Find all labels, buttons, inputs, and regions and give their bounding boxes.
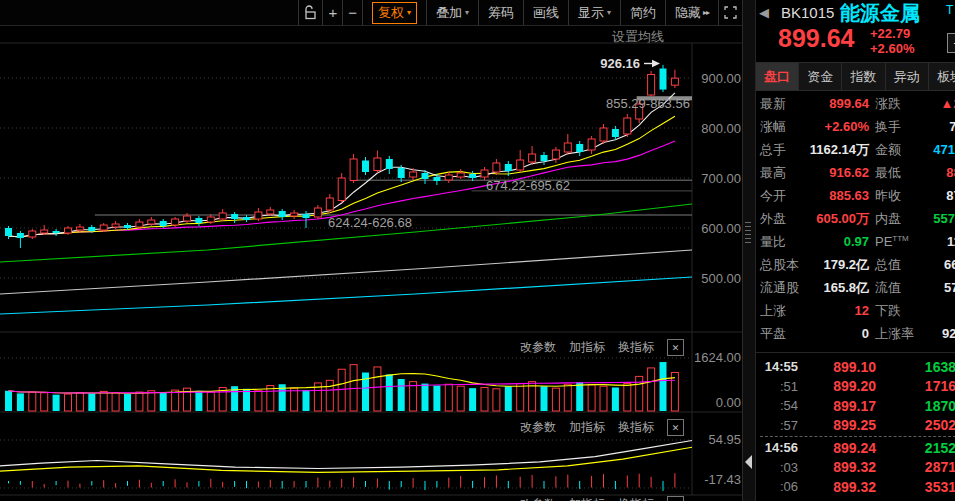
- field-label: 今开: [760, 187, 807, 205]
- long-ma-line: [0, 204, 692, 262]
- field-value: 118.06: [925, 234, 955, 249]
- tick-volume: 2502: [876, 417, 955, 433]
- volume-pane-button-1[interactable]: 加指标: [569, 339, 605, 356]
- field-value: 165.8亿: [807, 279, 869, 297]
- panel-collapse-arrow-icon[interactable]: [745, 455, 752, 469]
- candle-up: [184, 216, 191, 221]
- candle-down: [243, 217, 250, 220]
- candle-up: [65, 228, 72, 233]
- tick-volume: 2871: [876, 459, 955, 475]
- tick-time: :54: [760, 398, 798, 413]
- clipped-pane-header: 改参数加指标换指标✕: [520, 496, 684, 501]
- candle-up: [529, 154, 536, 162]
- tab-yidong[interactable]: 异动: [886, 63, 929, 90]
- indicator-line: [0, 440, 692, 468]
- candle-up: [600, 128, 607, 141]
- candle-up: [671, 78, 678, 85]
- candle-down: [386, 159, 393, 169]
- tab-bankuai[interactable]: 板块: [929, 63, 955, 90]
- close-icon[interactable]: ✕: [667, 496, 684, 501]
- volume-bar-up: [112, 393, 119, 411]
- field-label: 最新: [760, 95, 807, 113]
- price-axis-label: 500.00: [701, 271, 741, 286]
- tick-row: :09899.381779: [760, 497, 955, 501]
- tick-time: 14:55: [760, 359, 798, 374]
- volume-bar-down: [195, 391, 202, 411]
- field-value: 899.64: [807, 96, 869, 111]
- price-axis-label: 700.00: [701, 171, 741, 186]
- volume-bar-up: [624, 384, 631, 411]
- tick-time: :06: [760, 479, 798, 494]
- field-value: 916.62: [807, 165, 869, 180]
- last-price: 899.64: [778, 24, 854, 53]
- splitter-grip-icon[interactable]: [745, 222, 751, 244]
- volume-bar-down: [243, 389, 250, 411]
- field-value: 885.63: [807, 188, 869, 203]
- candle-down: [612, 129, 619, 137]
- close-icon[interactable]: ✕: [667, 339, 684, 356]
- tick-time: :03: [760, 460, 798, 475]
- candle-up: [267, 210, 274, 214]
- candle-down: [53, 231, 60, 233]
- volume-pane-button-2[interactable]: 换指标: [618, 339, 654, 356]
- volume-bar-down: [469, 388, 476, 411]
- panel-splitter[interactable]: [742, 0, 756, 501]
- close-icon[interactable]: ✕: [667, 419, 684, 436]
- candle-up: [445, 175, 452, 180]
- tick-price: 899.25: [798, 417, 876, 433]
- tick-row: :57899.252502: [760, 416, 955, 436]
- candle-down: [362, 161, 369, 173]
- tab-zhishu[interactable]: 指数: [842, 63, 885, 90]
- tab-pankou[interactable]: 盘口: [756, 63, 799, 90]
- back-icon[interactable]: ◀: [759, 5, 769, 20]
- volume-bar-up: [445, 384, 452, 411]
- field-label: 总值: [875, 256, 925, 274]
- volume-bar-down: [124, 394, 131, 411]
- quote-field-row: 今开885.63昨收876.85: [760, 184, 955, 207]
- volume-bar-up: [552, 388, 559, 411]
- minimize-button[interactable]: −: [947, 33, 955, 53]
- corner-t-icon[interactable]: T: [946, 3, 953, 17]
- candle-down: [195, 218, 202, 223]
- volume-bar-down: [541, 386, 548, 411]
- tick-volume: 1870: [876, 398, 955, 414]
- indicator-pane-button-0[interactable]: 改参数: [520, 419, 556, 436]
- tick-time: 14:56: [760, 440, 798, 455]
- candle-up: [410, 172, 417, 177]
- tick-price: 899.17: [798, 398, 876, 414]
- candle-down: [17, 233, 24, 238]
- field-label: 下跌: [875, 302, 925, 320]
- indicator-pane-button-2[interactable]: 换指标: [618, 419, 654, 436]
- quote-field-row: 平盘0上涨率92.31%: [760, 322, 955, 345]
- volume-axis-min-label: 0.00: [716, 395, 741, 410]
- quote-field-row: 量比0.97PETTM118.06: [760, 230, 955, 253]
- indicator-pane-header: 改参数加指标换指标✕: [520, 419, 684, 436]
- tab-zijin[interactable]: 资金: [799, 63, 842, 90]
- candle-down: [279, 211, 286, 217]
- candle-up: [552, 150, 559, 159]
- volume-pane-button-0[interactable]: 改参数: [520, 339, 556, 356]
- tick-volume: 3531: [876, 479, 955, 495]
- quote-field-row: 上涨12下跌: [760, 299, 955, 322]
- field-value: 0.97: [807, 234, 869, 249]
- tick-price: 899.20: [798, 378, 876, 394]
- price-change: +22.79 +2.60%: [870, 26, 914, 56]
- indicator-pane-button-1[interactable]: 加指标: [569, 419, 605, 436]
- field-label: 上涨率: [875, 325, 925, 343]
- volume-bar-down: [5, 391, 12, 411]
- price-axis-label: 600.00: [701, 221, 741, 236]
- price-axis-label: 900.00: [701, 71, 741, 86]
- candle-up: [41, 230, 48, 233]
- candle-up: [291, 213, 298, 216]
- candle-up: [314, 208, 321, 217]
- tick-row: 14:55899.101638: [760, 357, 955, 377]
- candle-down: [160, 221, 167, 226]
- clipped-pane-button-0[interactable]: 改参数: [520, 496, 556, 501]
- field-label: 量比: [760, 233, 807, 251]
- quote-field-row: 总股本179.2亿总值6640亿: [760, 253, 955, 276]
- clipped-pane-button-1[interactable]: 加指标: [569, 496, 605, 501]
- field-value: 6640亿: [925, 256, 955, 274]
- clipped-pane-button-2[interactable]: 换指标: [618, 496, 654, 501]
- volume-bar-up: [291, 388, 298, 411]
- stock-code: BK1015: [781, 4, 834, 21]
